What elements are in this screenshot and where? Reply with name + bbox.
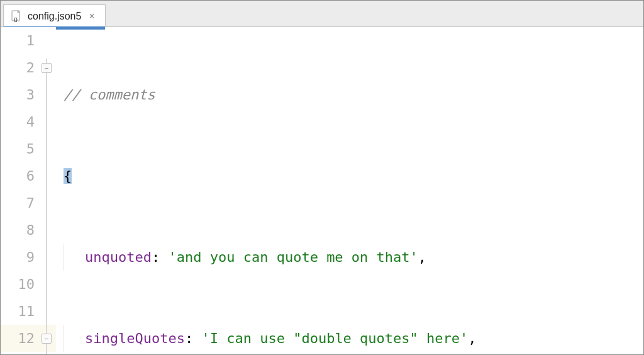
svg-text:{}: {} [14,16,18,22]
fold-collapse-icon[interactable]: − [42,63,52,73]
code-line: // comments [64,81,643,108]
code-content[interactable]: // comments { unquoted: 'and you can quo… [56,27,643,354]
json5-file-icon: {} [10,10,23,23]
code-line: { [64,162,643,189]
file-tab[interactable]: {} config.json5 × [3,4,106,26]
line-number-gutter: 1 2 3 4 5 6 7 8 9 10 11 12 − − [1,27,56,354]
code-line: singleQuotes: 'I can use "double quotes"… [64,325,643,352]
code-editor[interactable]: 1 2 3 4 5 6 7 8 9 10 11 12 − − // commen… [1,27,643,354]
fold-expand-icon[interactable]: − [42,334,52,344]
tab-filename: config.json5 [28,11,81,22]
close-icon[interactable]: × [86,11,97,22]
code-line: unquoted: 'and you can quote me on that'… [64,244,643,271]
tab-bar: {} config.json5 × [1,1,643,27]
